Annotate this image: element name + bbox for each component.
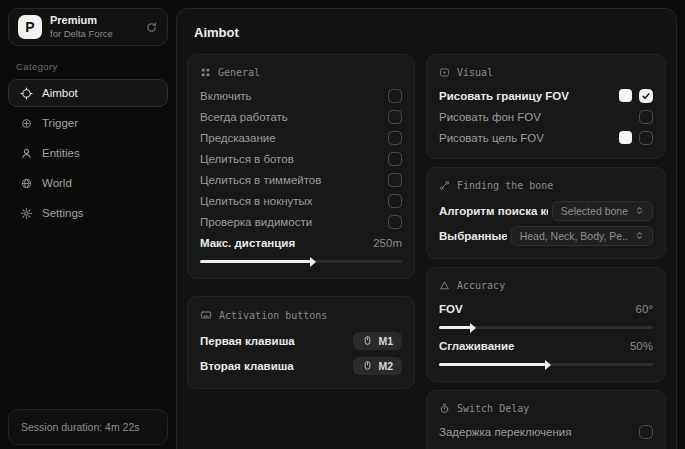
slider-thumb[interactable] [470,323,476,333]
globe-icon [20,177,33,190]
slider-row: FOV 60° [439,298,653,319]
sidebar-item-label: Trigger [42,117,78,129]
visual-card: Visual Рисовать границу FOV Рисовать фон… [426,54,666,159]
app-header-text: Premium for Delta Force [50,14,113,40]
person-icon [20,147,33,160]
slider-thumb[interactable] [545,360,551,370]
slider-row: Сглаживание 50% [439,335,653,356]
grid-icon [200,67,211,78]
color-swatch[interactable] [619,131,632,144]
toggle-label: Целиться в тиммейтов [200,174,321,186]
accuracy-card: Accuracy FOV 60° Сглаживание 50% [426,267,666,382]
check-icon [641,91,651,101]
keybind-key: M1 [378,335,393,347]
color-swatch[interactable] [619,89,632,102]
gear-icon [20,207,33,220]
switch-delay-header: Switch Delay [439,403,653,414]
page-title: Aimbot [194,25,666,40]
slider-value: 50% [630,340,653,352]
bone-row: Выбранные кости Head, Neck, Body, Pe.. [439,223,653,248]
checkbox[interactable] [639,110,653,124]
sidebar-nav: Aimbot Trigger Entities [0,79,176,229]
trigger-icon [20,117,33,130]
bone-header: Finding the bone [439,180,653,191]
triangle-icon [439,280,450,291]
crosshair-icon [20,87,33,100]
mouse-icon [362,335,373,346]
max-distance-slider[interactable] [200,260,402,263]
toggle-row: Задержка переключения [439,421,653,442]
switch-delay-header-label: Switch Delay [457,403,529,414]
sidebar-item-settings[interactable]: Settings [8,199,168,227]
slider-thumb[interactable] [310,257,316,267]
sidebar-item-trigger[interactable]: Trigger [8,109,168,137]
toggle-row: Целиться в ботов [200,148,402,169]
visual-row: Рисовать цель FOV [439,127,653,148]
checkbox[interactable] [388,194,402,208]
sidebar-item-aimbot[interactable]: Aimbot [8,79,168,107]
slider-fill [200,260,311,263]
general-header-label: General [218,67,260,78]
checkbox[interactable] [388,215,402,229]
toggle-row: Всегда работать [200,106,402,127]
toggle-row: Предсказание [200,127,402,148]
checkbox[interactable] [639,89,653,103]
activation-card: Activation buttons Первая клавиша M1 [187,296,415,389]
visual-label: Рисовать фон FOV [439,111,541,123]
refresh-icon[interactable] [145,21,158,34]
visual-label: Рисовать границу FOV [439,90,569,102]
slider-label: Макс. дистанция [200,237,295,249]
toggle-label: Целиться в ботов [200,153,294,165]
accuracy-header: Accuracy [439,280,653,291]
toggle-label: Проверка видимости [200,216,312,228]
image-icon [439,67,450,78]
checkbox[interactable] [388,131,402,145]
accuracy-header-label: Accuracy [457,280,505,291]
toggle-label: Задержка переключения [439,426,571,438]
slider-fill [439,363,546,366]
checkbox[interactable] [388,173,402,187]
chevron-up-down-icon [635,205,644,216]
slider-row: Задержка переключения (мс) 1000 ms [439,442,653,449]
sidebar-item-label: Aimbot [42,87,78,99]
checkbox[interactable] [388,110,402,124]
smoothing-slider[interactable] [439,363,653,366]
keybind-label: Первая клавиша [200,335,295,347]
app-subtitle: for Delta Force [50,28,113,40]
toggle-row: Включить [200,85,402,106]
mouse-icon [362,360,373,371]
visual-label: Рисовать цель FOV [439,132,544,144]
slider-value: 250m [373,237,402,249]
bone-algorithm-select[interactable]: Selected bone [552,201,653,221]
session-duration-text: Session duration: 4m 22s [21,421,139,433]
app-header: P Premium for Delta Force [8,8,168,46]
checkbox[interactable] [388,89,402,103]
sidebar-item-label: World [42,177,72,189]
checkbox[interactable] [639,131,653,145]
checkbox[interactable] [639,425,653,439]
sidebar-item-world[interactable]: World [8,169,168,197]
keybind-row: Вторая клавиша M2 [200,353,402,378]
visual-row: Рисовать границу FOV [439,85,653,106]
keybind-button-1[interactable]: M1 [353,332,402,350]
keyboard-icon [200,309,212,321]
toggle-row: Целиться в тиммейтов [200,169,402,190]
fov-slider[interactable] [439,326,653,329]
bone-row: Алгоритм поиска кости Selected bone [439,198,653,223]
toggle-label: Всегда работать [200,111,288,123]
general-header: General [200,67,402,78]
selected-bones-select[interactable]: Head, Neck, Body, Pe.. [511,226,653,246]
keybind-button-2[interactable]: M2 [353,357,402,375]
keybind-label: Вторая клавиша [200,360,294,372]
sidebar-item-entities[interactable]: Entities [8,139,168,167]
left-column: General Включить Всегда работать Предска… [187,54,415,449]
bone-card: Finding the bone Алгоритм поиска кости S… [426,167,666,259]
bone-icon [439,180,450,191]
slider-value: 60° [636,303,653,315]
app-logo: P [18,15,42,39]
keybind-row: Первая клавиша M1 [200,328,402,353]
checkbox[interactable] [388,152,402,166]
toggle-row: Целиться в нокнутых [200,190,402,211]
slider-label: FOV [439,303,463,315]
session-duration: Session duration: 4m 22s [8,409,168,445]
